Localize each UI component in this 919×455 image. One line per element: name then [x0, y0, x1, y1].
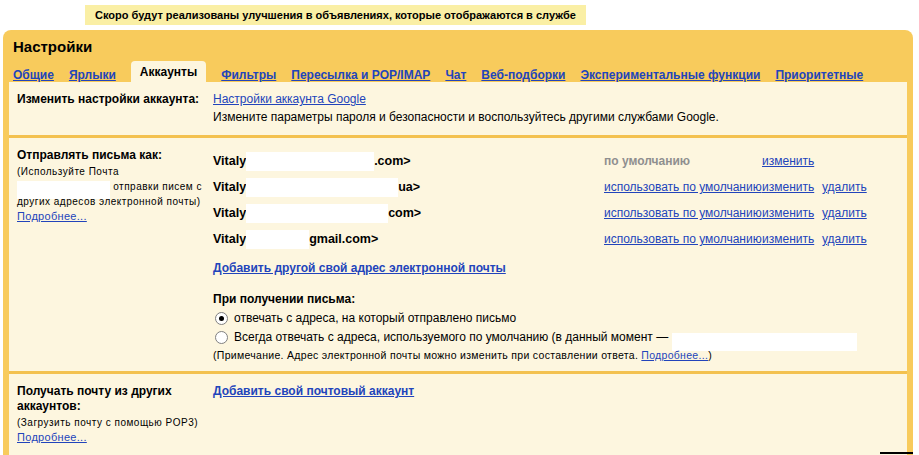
send-as-row: Vitaly ua> использовать по умолчанию изм… [213, 174, 899, 200]
bottom-edge-artifact [880, 452, 913, 454]
redacted-text [246, 152, 374, 171]
tab-general[interactable]: Общие [13, 68, 54, 82]
email-address: Vitaly com> [213, 204, 604, 223]
email-name-text: Vitaly [213, 206, 246, 220]
delete-address-link[interactable]: удалить [822, 180, 882, 194]
tab-priority[interactable]: Приоритетные [775, 68, 863, 82]
reply-settings-heading: При получении письма: [213, 292, 899, 306]
radio-row-reply-default: Всегда отвечать с адреса, используемого … [213, 330, 899, 344]
make-default-link[interactable]: использовать по умолчанию [604, 206, 762, 220]
email-suffix-text: com> [388, 206, 421, 220]
tab-web-clips[interactable]: Веб-подборки [481, 68, 565, 82]
section-account-body: Настройки аккаунта Google Измените парам… [213, 82, 907, 135]
edit-address-link[interactable]: изменить [762, 180, 822, 194]
settings-content: Изменить настройки аккаунта: Настройки а… [9, 82, 907, 455]
delete-address-link[interactable]: удалить [822, 232, 882, 246]
radio-reply-same-address[interactable] [215, 312, 228, 325]
email-suffix-text: .com> [374, 154, 410, 168]
send-as-row: Vitaly com> использовать по умолчанию из… [213, 200, 899, 226]
get-mail-learn-more-link[interactable]: Подробнее... [17, 431, 87, 443]
get-mail-heading: Получать почту из других аккаунтов: [17, 384, 213, 414]
redacted-text [246, 204, 388, 223]
reply-settings: При получении письма: отвечать с адреса,… [213, 292, 899, 361]
edit-address-link[interactable]: изменить [762, 206, 822, 220]
tab-labs[interactable]: Экспериментальные функции [580, 68, 760, 82]
email-address: Vitaly ua> [213, 178, 604, 197]
delete-address-link[interactable]: удалить [822, 206, 882, 220]
email-address: Vitaly gmail.com> [213, 230, 604, 249]
redacted-text [246, 178, 398, 197]
google-account-settings-link[interactable]: Настройки аккаунта Google [213, 92, 366, 106]
reply-note-learn-more-link[interactable]: Подробнее... [641, 349, 708, 361]
send-as-learn-more-link[interactable]: Подробнее... [17, 210, 87, 222]
settings-tabs: Общие Ярлыки Аккаунты Фильтры Пересылка … [9, 59, 907, 82]
tab-filters[interactable]: Фильтры [221, 68, 276, 82]
radio-reply-default-text: Всегда отвечать с адреса, используемого … [234, 330, 668, 344]
section-account-label: Изменить настройки аккаунта: [9, 82, 213, 135]
email-name-text: Vitaly [213, 232, 246, 246]
section-account-settings: Изменить настройки аккаунта: Настройки а… [9, 82, 907, 135]
section-send-as-label: Отправлять письма как: (Используйте Почт… [9, 138, 213, 371]
section-get-mail: Получать почту из других аккаунтов: (Заг… [9, 371, 907, 455]
google-account-settings-description: Измените параметры пароля и безопасности… [213, 109, 899, 125]
make-default-link[interactable]: использовать по умолчанию [604, 180, 762, 194]
redacted-text [246, 230, 309, 249]
email-suffix-text: ua> [398, 180, 420, 194]
add-another-address-link[interactable]: Добавить другой свой адрес электронной п… [213, 261, 506, 275]
section-send-as-body: Vitaly .com> по умолчанию изменить Vital… [213, 138, 907, 371]
reply-note-close: ) [708, 349, 712, 361]
reply-note-text: (Примечание. Адрес электронной почты мож… [213, 349, 638, 361]
ads-announcement-banner: Скоро будут реализованы улучшения в объя… [85, 5, 586, 25]
get-mail-note: (Загрузить почту с помощью POP3) [17, 415, 213, 430]
page-title: Настройки [9, 30, 907, 59]
add-mail-account-link[interactable]: Добавить свой почтовый аккаунт [213, 384, 414, 398]
tab-forwarding-pop-imap[interactable]: Пересылка и POP/IMAP [291, 68, 430, 82]
tab-accounts[interactable]: Аккаунты [131, 61, 206, 82]
default-flag: по умолчанию [604, 154, 762, 168]
make-default-link[interactable]: использовать по умолчанию [604, 232, 762, 246]
email-name-text: Vitaly [213, 180, 246, 194]
email-address: Vitaly .com> [213, 152, 604, 171]
section-get-mail-label: Получать почту из других аккаунтов: (Заг… [9, 374, 213, 455]
radio-reply-default-address[interactable] [215, 331, 228, 344]
tab-labels[interactable]: Ярлыки [69, 68, 116, 82]
account-settings-heading: Изменить настройки аккаунта: [17, 92, 213, 107]
edit-address-link[interactable]: изменить [762, 232, 822, 246]
send-as-row: Vitaly gmail.com> использовать по умолча… [213, 226, 899, 252]
send-as-heading: Отправлять письма как: [17, 148, 213, 163]
send-as-note: (Используйте Почта отправки писем с друг… [17, 164, 213, 209]
radio-row-reply-same: отвечать с адреса, на который отправлено… [213, 311, 899, 325]
email-suffix-text: gmail.com> [309, 232, 378, 246]
edit-address-link[interactable]: изменить [762, 154, 822, 168]
radio-reply-same-label: отвечать с адреса, на который отправлено… [234, 311, 516, 325]
radio-reply-default-label: Всегда отвечать с адреса, используемого … [234, 330, 857, 344]
send-as-row: Vitaly .com> по умолчанию изменить [213, 148, 899, 174]
send-as-note-line1: (Используйте Почта [17, 166, 119, 177]
tab-chat[interactable]: Чат [445, 68, 466, 82]
email-name-text: Vitaly [213, 154, 246, 168]
settings-panel: Настройки Общие Ярлыки Аккаунты Фильтры … [3, 30, 913, 455]
section-get-mail-body: Добавить свой почтовый аккаунт [213, 374, 907, 455]
section-send-mail-as: Отправлять письма как: (Используйте Почт… [9, 135, 907, 371]
